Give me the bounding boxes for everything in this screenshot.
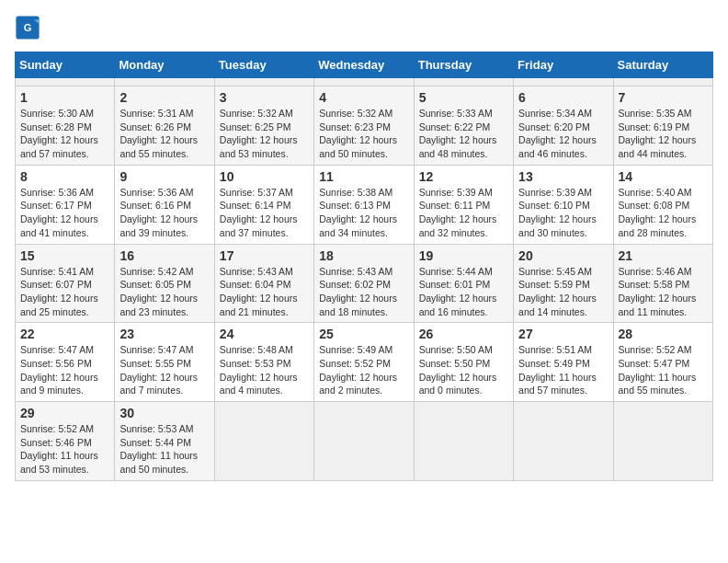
calendar-cell — [613, 78, 712, 86]
day-number: 27 — [518, 327, 608, 341]
day-number: 4 — [319, 90, 408, 105]
day-info: Sunrise: 5:34 AM Sunset: 6:20 PM Dayligh… — [518, 107, 608, 161]
calendar-cell: 27Sunrise: 5:51 AM Sunset: 5:49 PM Dayli… — [514, 323, 613, 402]
calendar-cell — [414, 402, 513, 481]
day-header: Saturday — [613, 52, 712, 78]
calendar-cell: 22Sunrise: 5:47 AM Sunset: 5:56 PM Dayli… — [16, 323, 115, 402]
calendar-week-row: 1Sunrise: 5:30 AM Sunset: 6:28 PM Daylig… — [16, 86, 713, 166]
day-number: 5 — [419, 90, 508, 105]
calendar-cell: 20Sunrise: 5:45 AM Sunset: 5:59 PM Dayli… — [514, 244, 613, 323]
calendar-cell: 29Sunrise: 5:52 AM Sunset: 5:46 PM Dayli… — [16, 402, 115, 481]
calendar-cell: 1Sunrise: 5:30 AM Sunset: 6:28 PM Daylig… — [16, 86, 115, 166]
calendar-body: 1Sunrise: 5:30 AM Sunset: 6:28 PM Daylig… — [16, 78, 713, 481]
day-info: Sunrise: 5:50 AM Sunset: 5:50 PM Dayligh… — [419, 343, 508, 397]
day-number: 12 — [419, 169, 508, 184]
day-number: 23 — [119, 327, 209, 341]
calendar-cell — [514, 402, 613, 481]
calendar-cell: 4Sunrise: 5:32 AM Sunset: 6:23 PM Daylig… — [314, 86, 414, 166]
calendar-header-row: SundayMondayTuesdayWednesdayThursdayFrid… — [16, 52, 713, 78]
day-info: Sunrise: 5:47 AM Sunset: 5:56 PM Dayligh… — [20, 343, 109, 397]
calendar-cell: 24Sunrise: 5:48 AM Sunset: 5:53 PM Dayli… — [214, 323, 313, 402]
day-number: 28 — [619, 327, 708, 341]
day-info: Sunrise: 5:44 AM Sunset: 6:01 PM Dayligh… — [419, 265, 508, 319]
day-info: Sunrise: 5:33 AM Sunset: 6:22 PM Dayligh… — [419, 107, 508, 161]
calendar-cell — [613, 402, 712, 481]
calendar-cell: 6Sunrise: 5:34 AM Sunset: 6:20 PM Daylig… — [514, 86, 613, 166]
day-info: Sunrise: 5:52 AM Sunset: 5:46 PM Dayligh… — [20, 422, 109, 477]
calendar-cell: 8Sunrise: 5:36 AM Sunset: 6:17 PM Daylig… — [16, 165, 115, 244]
day-info: Sunrise: 5:39 AM Sunset: 6:11 PM Dayligh… — [419, 186, 508, 240]
day-header: Sunday — [16, 52, 115, 78]
day-info: Sunrise: 5:36 AM Sunset: 6:16 PM Dayligh… — [119, 186, 209, 240]
day-info: Sunrise: 5:31 AM Sunset: 6:26 PM Dayligh… — [119, 107, 209, 161]
day-info: Sunrise: 5:43 AM Sunset: 6:02 PM Dayligh… — [319, 265, 408, 319]
day-info: Sunrise: 5:32 AM Sunset: 6:25 PM Dayligh… — [220, 107, 309, 161]
day-info: Sunrise: 5:51 AM Sunset: 5:49 PM Dayligh… — [518, 343, 608, 397]
calendar-cell: 25Sunrise: 5:49 AM Sunset: 5:52 PM Dayli… — [314, 323, 414, 402]
day-header: Thursday — [414, 52, 513, 78]
calendar-week-row: 8Sunrise: 5:36 AM Sunset: 6:17 PM Daylig… — [16, 165, 713, 244]
day-info: Sunrise: 5:45 AM Sunset: 5:59 PM Dayligh… — [518, 265, 608, 319]
calendar-week-row: 29Sunrise: 5:52 AM Sunset: 5:46 PM Dayli… — [16, 402, 713, 481]
day-number: 24 — [220, 327, 309, 341]
day-number: 19 — [419, 248, 508, 263]
day-header: Wednesday — [314, 52, 414, 78]
calendar-cell: 16Sunrise: 5:42 AM Sunset: 6:05 PM Dayli… — [115, 244, 214, 323]
day-info: Sunrise: 5:32 AM Sunset: 6:23 PM Dayligh… — [319, 107, 408, 161]
day-number: 18 — [319, 248, 408, 263]
day-number: 25 — [319, 327, 408, 341]
day-info: Sunrise: 5:30 AM Sunset: 6:28 PM Dayligh… — [20, 107, 109, 161]
day-number: 1 — [20, 90, 109, 105]
day-number: 16 — [119, 248, 209, 263]
day-header: Tuesday — [214, 52, 313, 78]
calendar-cell: 30Sunrise: 5:53 AM Sunset: 5:44 PM Dayli… — [115, 402, 214, 481]
calendar-cell: 19Sunrise: 5:44 AM Sunset: 6:01 PM Dayli… — [414, 244, 513, 323]
day-info: Sunrise: 5:46 AM Sunset: 5:58 PM Dayligh… — [619, 265, 708, 319]
day-number: 20 — [518, 248, 608, 263]
day-number: 13 — [518, 169, 608, 184]
calendar-cell — [514, 78, 613, 86]
calendar-cell: 5Sunrise: 5:33 AM Sunset: 6:22 PM Daylig… — [414, 86, 513, 166]
calendar-cell — [214, 78, 313, 86]
day-info: Sunrise: 5:42 AM Sunset: 6:05 PM Dayligh… — [119, 265, 209, 319]
day-number: 26 — [419, 327, 508, 341]
calendar-week-row: 22Sunrise: 5:47 AM Sunset: 5:56 PM Dayli… — [16, 323, 713, 402]
day-number: 9 — [119, 169, 209, 184]
day-info: Sunrise: 5:39 AM Sunset: 6:10 PM Dayligh… — [518, 186, 608, 240]
day-number: 2 — [119, 90, 209, 105]
day-number: 29 — [20, 406, 109, 420]
calendar-cell: 15Sunrise: 5:41 AM Sunset: 6:07 PM Dayli… — [16, 244, 115, 323]
calendar-cell: 18Sunrise: 5:43 AM Sunset: 6:02 PM Dayli… — [314, 244, 414, 323]
calendar-cell: 10Sunrise: 5:37 AM Sunset: 6:14 PM Dayli… — [214, 165, 313, 244]
calendar-cell — [314, 78, 414, 86]
calendar-week-row: 15Sunrise: 5:41 AM Sunset: 6:07 PM Dayli… — [16, 244, 713, 323]
day-info: Sunrise: 5:35 AM Sunset: 6:19 PM Dayligh… — [619, 107, 708, 161]
calendar-cell — [16, 78, 115, 86]
day-info: Sunrise: 5:43 AM Sunset: 6:04 PM Dayligh… — [220, 265, 309, 319]
svg-text:G: G — [24, 22, 32, 33]
calendar-cell — [214, 402, 313, 481]
day-info: Sunrise: 5:53 AM Sunset: 5:44 PM Dayligh… — [119, 422, 209, 477]
day-number: 6 — [518, 90, 608, 105]
day-number: 11 — [319, 169, 408, 184]
day-number: 15 — [20, 248, 109, 263]
calendar-cell: 3Sunrise: 5:32 AM Sunset: 6:25 PM Daylig… — [214, 86, 313, 166]
calendar-cell: 28Sunrise: 5:52 AM Sunset: 5:47 PM Dayli… — [613, 323, 712, 402]
calendar-cell: 26Sunrise: 5:50 AM Sunset: 5:50 PM Dayli… — [414, 323, 513, 402]
day-number: 7 — [619, 90, 708, 105]
logo: G — [15, 15, 44, 40]
calendar-cell — [314, 402, 414, 481]
calendar-cell: 13Sunrise: 5:39 AM Sunset: 6:10 PM Dayli… — [514, 165, 613, 244]
day-info: Sunrise: 5:48 AM Sunset: 5:53 PM Dayligh… — [220, 343, 309, 397]
day-number: 17 — [220, 248, 309, 263]
logo-icon: G — [15, 15, 40, 40]
calendar-cell: 11Sunrise: 5:38 AM Sunset: 6:13 PM Dayli… — [314, 165, 414, 244]
day-info: Sunrise: 5:47 AM Sunset: 5:55 PM Dayligh… — [119, 343, 209, 397]
day-header: Monday — [115, 52, 214, 78]
calendar-cell: 12Sunrise: 5:39 AM Sunset: 6:11 PM Dayli… — [414, 165, 513, 244]
day-number: 21 — [619, 248, 708, 263]
calendar-table: SundayMondayTuesdayWednesdayThursdayFrid… — [15, 52, 713, 481]
day-number: 30 — [119, 406, 209, 420]
calendar-week-row — [16, 78, 713, 86]
day-number: 8 — [20, 169, 109, 184]
